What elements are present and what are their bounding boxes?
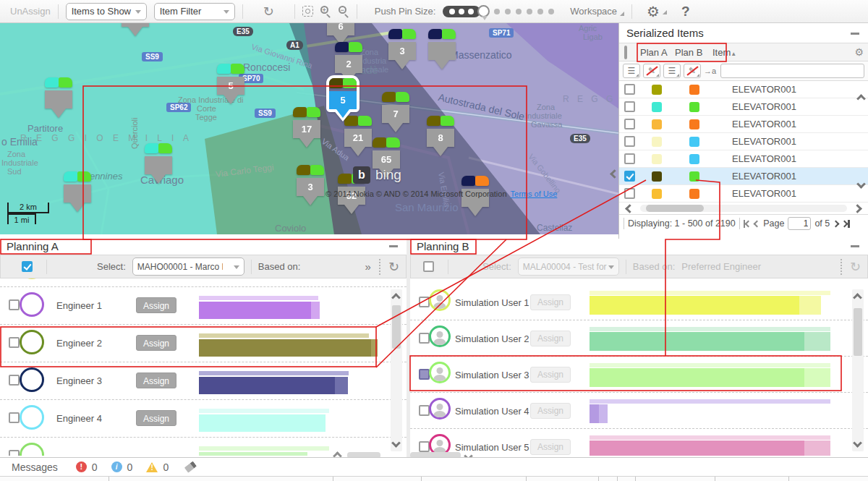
plan-a-color-swatch[interactable]: [652, 137, 662, 147]
plan-b-color-swatch[interactable]: [689, 171, 699, 182]
scroll-right-icon[interactable]: [853, 204, 862, 213]
map-pushpin[interactable]: [145, 143, 172, 184]
row-checkbox[interactable]: [419, 369, 430, 380]
plan-a-color-swatch[interactable]: [652, 85, 662, 95]
scroll-up-icon[interactable]: [854, 292, 861, 303]
plan-a-color-swatch[interactable]: [652, 119, 662, 129]
push-pin-size-slider[interactable]: [443, 5, 554, 17]
table-row[interactable]: ELEVATOR001: [619, 133, 868, 150]
row-checkbox[interactable]: [624, 188, 635, 199]
map-pushpin[interactable]: 17: [293, 107, 320, 148]
engineer-row[interactable]: [0, 278, 407, 287]
resource-select-dropdown[interactable]: MALA00004 - Test for de: [518, 257, 619, 276]
item-filter-input[interactable]: [720, 64, 864, 78]
row-checkbox[interactable]: [624, 101, 635, 112]
plan-a-color-swatch[interactable]: [652, 171, 662, 182]
row-checkbox[interactable]: [419, 405, 430, 416]
scroll-left-icon[interactable]: [625, 204, 634, 213]
table-row[interactable]: ELEVATOR001: [619, 150, 868, 168]
column-plan-a[interactable]: Plan A: [640, 47, 668, 58]
table-row[interactable]: ELEVATOR001: [619, 185, 868, 203]
panel-checkbox[interactable]: [22, 261, 33, 272]
vertical-scrollbar[interactable]: [852, 289, 864, 451]
row-checkbox[interactable]: [419, 441, 430, 452]
row-checkbox[interactable]: [9, 450, 20, 456]
plan-a-condition-filter-button[interactable]: ☰: [623, 64, 640, 78]
vertical-scrollbar[interactable]: [391, 289, 402, 451]
row-checkbox[interactable]: [419, 333, 430, 344]
scroll-down-icon[interactable]: [854, 438, 861, 448]
map-pushpin[interactable]: 7: [382, 92, 409, 132]
map-pushpin-selected[interactable]: 5: [329, 78, 357, 122]
plan-a-color-swatch[interactable]: [652, 102, 662, 112]
refresh-icon[interactable]: ↻: [388, 259, 399, 275]
minimize-button[interactable]: [389, 245, 398, 247]
clear-messages-icon[interactable]: [184, 461, 197, 472]
map-pushpin[interactable]: [122, 23, 149, 36]
next-page-button[interactable]: [833, 221, 838, 226]
map-pushpin[interactable]: 3: [388, 29, 416, 69]
engineer-row[interactable]: Simulation User 5Assign: [410, 429, 868, 456]
row-checkbox[interactable]: [624, 136, 635, 147]
assign-button[interactable]: Assign: [136, 297, 176, 313]
help-button[interactable]: ?: [681, 4, 690, 20]
item-filter-dropdown[interactable]: Item Filter: [154, 3, 235, 20]
plan-b-color-swatch[interactable]: [689, 102, 699, 112]
plan-b-color-swatch[interactable]: [689, 189, 699, 199]
column-plan-b[interactable]: Plan B: [675, 47, 702, 58]
minimize-button[interactable]: [851, 33, 859, 35]
items-to-show-dropdown[interactable]: Items to Show: [66, 3, 147, 20]
engineer-row[interactable]: Engineer 1Assign: [0, 287, 407, 325]
refresh-icon[interactable]: ↻: [850, 259, 861, 275]
assign-button[interactable]: Assign: [530, 294, 571, 310]
plan-b-color-filter-button[interactable]: ✎: [684, 64, 701, 78]
resource-select-dropdown[interactable]: MAHO00001 - Marco Ho: [132, 257, 244, 276]
scrollbar-thumb[interactable]: [854, 308, 862, 356]
horizontal-scrollbar[interactable]: [619, 203, 868, 214]
engineer-row[interactable]: Simulation User 4Assign: [410, 393, 868, 429]
table-row[interactable]: ELEVATOR001: [619, 98, 868, 116]
map-pushpin[interactable]: 5: [217, 64, 244, 104]
row-checkbox[interactable]: [624, 119, 635, 129]
plan-b-color-swatch[interactable]: [689, 85, 699, 95]
panel-checkbox[interactable]: [423, 261, 434, 272]
engineer-row[interactable]: Simulation User 2Assign: [410, 320, 868, 357]
page-input[interactable]: [788, 217, 811, 230]
plan-b-condition-filter-button[interactable]: ☰: [663, 64, 681, 78]
grid-gear-icon[interactable]: ⚙: [854, 46, 864, 58]
assign-button[interactable]: Assign: [530, 439, 571, 455]
select-all-checkbox[interactable]: [624, 46, 627, 59]
overflow-chevron[interactable]: »: [365, 260, 371, 273]
slider-thumb[interactable]: [477, 5, 490, 17]
map[interactable]: 2 km 1 mi bbing © 2014 Nokia © AND © 201…: [0, 23, 618, 234]
refresh-icon[interactable]: ↻: [263, 5, 274, 18]
map-pushpin[interactable]: 2: [335, 42, 362, 82]
zoom-out-icon[interactable]: −: [339, 6, 349, 17]
scroll-up-icon[interactable]: [393, 292, 399, 303]
engineer-row[interactable]: Engineer 4Assign: [0, 400, 407, 438]
messages-label[interactable]: Messages: [12, 461, 58, 473]
minimize-button[interactable]: [851, 245, 859, 247]
assign-button[interactable]: Assign: [530, 403, 571, 419]
assign-button[interactable]: Assign: [136, 410, 176, 426]
prev-page-button[interactable]: [754, 221, 760, 226]
plan-b-color-swatch[interactable]: [689, 137, 699, 147]
engineer-row[interactable]: Engineer 3Assign: [0, 362, 407, 400]
map-pushpin[interactable]: 3: [297, 165, 324, 205]
table-row[interactable]: ELEVATOR001: [619, 81, 868, 98]
row-checkbox[interactable]: [9, 412, 20, 423]
row-checkbox[interactable]: [9, 337, 20, 348]
last-page-button[interactable]: [842, 220, 850, 228]
plan-a-color-filter-button[interactable]: ✎: [643, 64, 660, 78]
plan-a-color-swatch[interactable]: [652, 189, 662, 199]
row-checkbox[interactable]: [624, 84, 635, 95]
assign-button[interactable]: Assign: [136, 335, 176, 351]
workspace-menu[interactable]: Workspace: [570, 6, 624, 17]
row-checkbox[interactable]: [419, 297, 430, 307]
plan-a-color-swatch[interactable]: [652, 154, 662, 164]
scrollbar-thumb[interactable]: [646, 205, 704, 212]
zoom-in-icon[interactable]: +: [320, 6, 331, 17]
first-page-button[interactable]: [744, 220, 752, 228]
column-item[interactable]: Item▲: [712, 47, 736, 58]
zoom-fit-icon[interactable]: [302, 6, 313, 17]
